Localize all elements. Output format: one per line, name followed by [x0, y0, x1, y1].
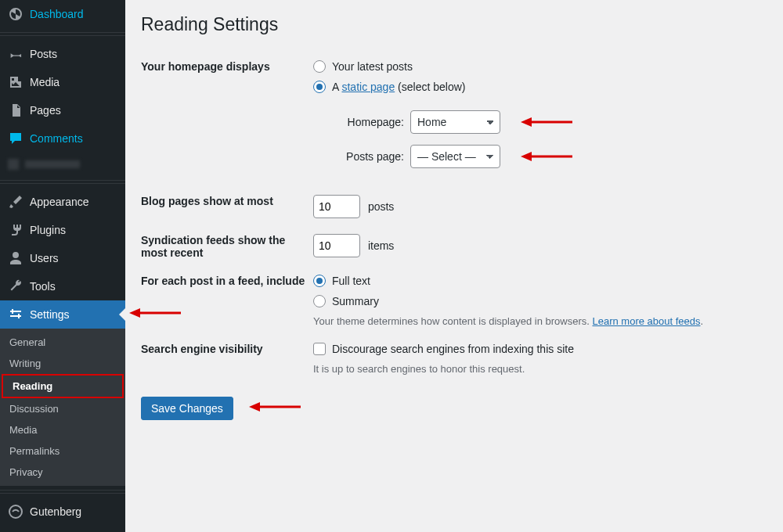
radio-label: A static page (select below) — [332, 81, 465, 93]
syndication-input[interactable] — [313, 234, 360, 257]
sidebar-item-gutenberg[interactable]: Gutenberg — [0, 498, 125, 526]
radio-label: Summary — [332, 295, 379, 307]
user-icon — [8, 250, 23, 266]
sidebar-item-label: Users — [30, 252, 59, 264]
sidebar-item-pages[interactable]: Pages — [0, 96, 125, 124]
sidebar-item-tools[interactable]: Tools — [0, 272, 125, 300]
syndication-suffix: items — [368, 239, 394, 252]
sidebar-item-label: Pages — [30, 104, 61, 117]
page-title: Reading Settings — [141, 14, 767, 35]
sidebar-item-settings[interactable]: Settings — [0, 300, 125, 329]
sidebar-item-comments[interactable]: Comments — [0, 124, 125, 153]
postspage-select[interactable]: — Select — — [410, 145, 500, 168]
radio-option-latest-posts[interactable]: Your latest posts — [313, 60, 760, 73]
wrench-icon — [8, 279, 23, 294]
sidebar-item-blurred — [0, 153, 125, 176]
media-icon — [8, 74, 23, 90]
svg-marker-4 — [521, 117, 532, 127]
blog-pages-suffix: posts — [368, 200, 394, 213]
submenu-item-permalinks[interactable]: Permalinks — [0, 440, 125, 462]
sidebar-item-label: Media — [30, 76, 60, 88]
sidebar-item-label: Dashboard — [30, 8, 84, 20]
annotation-arrow-save — [247, 400, 302, 414]
radio-icon — [313, 275, 326, 287]
annotation-box-reading: Reading — [2, 374, 124, 398]
field-heading-feed-include: For each post in a feed, include — [141, 267, 313, 335]
seo-description: It is up to search engines to honor this… — [313, 363, 760, 375]
feed-description: Your theme determines how content is dis… — [313, 315, 760, 327]
submenu-item-privacy[interactable]: Privacy — [0, 462, 125, 483]
radio-icon — [313, 295, 326, 307]
text: (select below) — [395, 81, 465, 93]
admin-sidebar: Dashboard Posts Media Pages Comments App — [0, 0, 125, 532]
menu-separator — [0, 32, 125, 36]
field-heading-seo: Search engine visibility — [141, 335, 313, 383]
sidebar-item-label: Gutenberg — [30, 505, 81, 518]
sliders-icon — [8, 307, 23, 322]
radio-icon — [313, 81, 326, 93]
submenu-item-reading[interactable]: Reading — [3, 376, 122, 397]
text: A — [332, 81, 341, 93]
blog-pages-input[interactable] — [313, 195, 360, 218]
text: Your theme determines how content is dis… — [313, 315, 592, 327]
field-heading-blogpages: Blog pages show at most — [141, 187, 313, 226]
sidebar-item-dashboard[interactable]: Dashboard — [0, 0, 125, 28]
comment-icon — [8, 131, 23, 146]
svg-marker-8 — [249, 402, 260, 412]
homepage-select-row: Homepage: Home — [334, 110, 760, 134]
checkbox-icon — [313, 343, 326, 355]
settings-form: Your homepage displays Your latest posts… — [141, 52, 767, 383]
sidebar-item-appearance[interactable]: Appearance — [0, 188, 125, 216]
submenu-item-writing[interactable]: Writing — [0, 353, 125, 374]
sidebar-item-media[interactable]: Media — [0, 68, 125, 96]
homepage-select[interactable]: Home — [410, 110, 500, 134]
sidebar-item-label: Comments — [30, 132, 83, 145]
checkbox-label: Discourage search engines from indexing … — [332, 343, 574, 355]
field-heading-syndication: Syndication feeds show the most recent — [141, 226, 313, 267]
sidebar-item-label: Plugins — [30, 224, 66, 236]
sidebar-item-users[interactable]: Users — [0, 244, 125, 272]
brush-icon — [8, 194, 23, 210]
field-heading-homepage: Your homepage displays — [141, 52, 313, 187]
submenu-item-discussion[interactable]: Discussion — [0, 398, 125, 419]
radio-option-static-page[interactable]: A static page (select below) — [313, 81, 760, 93]
pin-icon — [8, 46, 23, 62]
svg-marker-6 — [521, 152, 532, 161]
menu-separator — [0, 490, 125, 494]
postspage-select-row: Posts page: — Select — — [334, 145, 760, 168]
static-page-link[interactable]: static page — [341, 81, 395, 93]
seo-checkbox-row[interactable]: Discourage search engines from indexing … — [313, 343, 760, 355]
text: . — [701, 315, 704, 327]
sidebar-item-label: Appearance — [30, 196, 89, 208]
radio-icon — [313, 60, 326, 73]
annotation-arrow-homepage — [519, 115, 574, 129]
settings-submenu: General Writing Reading Discussion Media… — [0, 329, 125, 486]
sidebar-item-label: Settings — [30, 308, 70, 321]
page-icon — [8, 102, 23, 118]
gutenberg-icon — [8, 504, 23, 519]
sidebar-item-label: Tools — [30, 280, 56, 293]
save-changes-button[interactable]: Save Changes — [141, 397, 233, 420]
annotation-arrow-postspage — [519, 149, 574, 164]
dashboard-icon — [8, 6, 23, 22]
homepage-select-label: Homepage: — [334, 116, 404, 128]
radio-option-summary[interactable]: Summary — [313, 295, 760, 307]
menu-separator — [0, 180, 125, 184]
settings-page: Reading Settings Your homepage displays … — [125, 0, 783, 532]
radio-label: Your latest posts — [332, 60, 413, 73]
plug-icon — [8, 222, 23, 238]
sidebar-item-label: Posts — [30, 48, 57, 60]
learn-more-feeds-link[interactable]: Learn more about feeds — [592, 315, 700, 327]
svg-point-0 — [9, 505, 22, 518]
submenu-item-media[interactable]: Media — [0, 419, 125, 440]
radio-label: Full text — [332, 275, 370, 287]
sidebar-item-posts[interactable]: Posts — [0, 40, 125, 68]
submenu-item-general[interactable]: General — [0, 332, 125, 353]
radio-option-full-text[interactable]: Full text — [313, 275, 760, 287]
postspage-select-label: Posts page: — [334, 150, 404, 163]
sidebar-item-plugins[interactable]: Plugins — [0, 216, 125, 244]
